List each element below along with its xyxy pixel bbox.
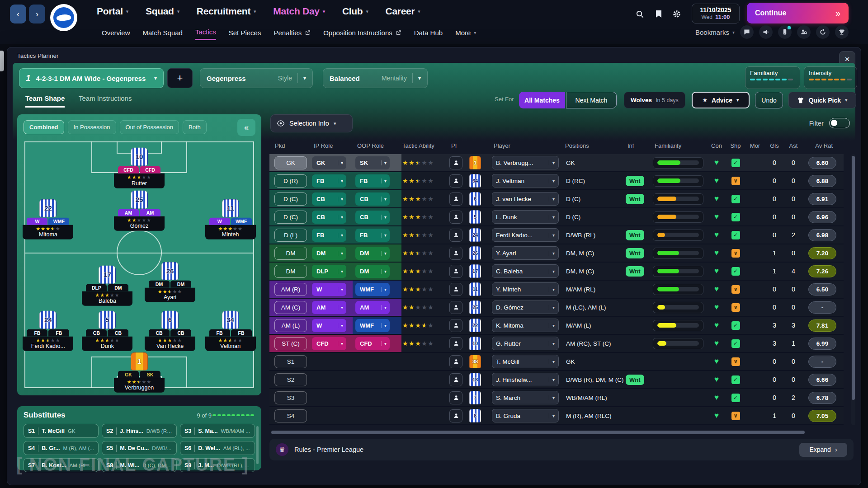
- search-icon[interactable]: [633, 7, 646, 21]
- ip-role-select[interactable]: CB▾: [312, 211, 346, 224]
- player-instructions-button[interactable]: [449, 301, 462, 314]
- style-select[interactable]: Gegenpress Style ▾: [200, 68, 313, 88]
- player-select[interactable]: K. Mitoma▾: [492, 319, 559, 332]
- back-button[interactable]: ‹: [10, 5, 26, 23]
- subnav-overview[interactable]: Overview: [102, 29, 130, 40]
- pitch-player[interactable]: 6CBCB★★★★★Van Hecke: [145, 311, 195, 351]
- expand-button[interactable]: Expand›: [799, 443, 847, 457]
- phone-icon[interactable]: [778, 25, 792, 39]
- nav-squad[interactable]: Squad▾: [146, 6, 179, 17]
- ip-role-select[interactable]: CB▾: [312, 192, 346, 206]
- player-instructions-button[interactable]: [449, 319, 462, 332]
- oop-role-select[interactable]: WMF▾: [355, 319, 390, 332]
- undo-button[interactable]: Undo: [755, 92, 783, 108]
- table-row[interactable]: AM (C)AM▾AM▾★★★★★25D. Gómez▾M (LC), AM (…: [269, 299, 844, 317]
- ip-role-select[interactable]: W▾: [312, 319, 346, 332]
- pitch-player[interactable]: 10CFDCFD★★★★★Rutter: [114, 148, 165, 188]
- player-select[interactable]: B. Gruda▾: [492, 409, 559, 422]
- pitch-player[interactable]: 5CBCB★★★★★Dunk: [82, 311, 132, 351]
- table-row[interactable]: ST (C)CFD▾CFD▾★★★★★10G. Rutter▾AM (RC), …: [269, 335, 844, 353]
- megaphone-icon[interactable]: [759, 25, 773, 39]
- ip-role-select[interactable]: CFD▾: [312, 337, 346, 350]
- pitch-player[interactable]: 34FBFB★★★★★★Veltman: [205, 311, 256, 351]
- formation-select[interactable]: 1 4-2-3-1 DM AM Wide - Gegenpress ▾: [19, 68, 164, 88]
- bookmark-icon[interactable]: [652, 7, 665, 21]
- vertical-scrollbar[interactable]: [851, 154, 855, 425]
- subnav-tactics[interactable]: Tactics: [195, 28, 216, 40]
- tab-team-shape[interactable]: Team Shape: [25, 94, 65, 108]
- view-tab-combined[interactable]: Combined: [24, 120, 64, 134]
- player-instructions-button[interactable]: [449, 192, 462, 206]
- player-select[interactable]: T. McGill▾: [492, 355, 559, 368]
- player-select[interactable]: S. March▾: [492, 391, 559, 404]
- player-select[interactable]: Y. Minteh▾: [492, 282, 559, 296]
- scout-search-icon[interactable]: [797, 25, 811, 39]
- next-match-button[interactable]: Next Match: [566, 92, 617, 108]
- player-instructions-button[interactable]: [449, 283, 462, 296]
- add-tactic-button[interactable]: +: [167, 68, 193, 88]
- table-row[interactable]: D (C)CB▾CB▾★★★★★5L. Dunk▾D (C)♥✓006.96: [269, 208, 844, 226]
- substitute-item[interactable]: S3S. Ma...WB/M/AM ...: [180, 424, 255, 438]
- player-instructions-button[interactable]: [449, 156, 462, 169]
- oop-role-select[interactable]: AM▾: [355, 301, 390, 314]
- nav-club[interactable]: Club▾: [342, 6, 368, 17]
- nav-career[interactable]: Career▾: [386, 6, 420, 17]
- oop-role-select[interactable]: DM▾: [355, 265, 390, 278]
- table-row[interactable]: D (R)FB▾FB▾★★★★★★34J. Veltman▾D (RC)Wnt♥…: [269, 172, 844, 190]
- table-row[interactable]: GKGK▾SK▾★★★★★★1B. Verbrugg...▾GK♥✓006.60: [269, 154, 844, 172]
- advice-button[interactable]: ★ Advice ▾: [692, 92, 750, 108]
- oop-role-select[interactable]: FB▾: [355, 229, 390, 242]
- nav-match-day[interactable]: Match Day▾: [273, 6, 325, 17]
- quick-pick-button[interactable]: Quick Pick ▾: [788, 92, 856, 108]
- table-row[interactable]: AM (L)W▾WMF▾★★★★★★22K. Mitoma▾M/AM (L)♥✓…: [269, 317, 844, 335]
- player-instructions-button[interactable]: [449, 211, 462, 224]
- subnav-penalties[interactable]: Penalties: [274, 29, 311, 40]
- mentality-select[interactable]: Balanced Mentality ▾: [323, 68, 428, 88]
- ip-role-select[interactable]: GK▾: [312, 156, 346, 169]
- pitch-player[interactable]: 26DMDM★★★★★★Ayari: [145, 262, 195, 302]
- oop-role-select[interactable]: FB▾: [355, 174, 390, 188]
- oop-role-select[interactable]: CB▾: [355, 211, 390, 224]
- substitute-item[interactable]: S4B. Gr...M (R), AM (...: [24, 441, 99, 455]
- collapse-panel-icon[interactable]: «: [237, 119, 255, 136]
- substitute-item[interactable]: S5M. De Cu...D/WB/...: [102, 441, 177, 455]
- selection-info-dropdown[interactable]: Selection Info ▾: [270, 114, 353, 132]
- table-row[interactable]: S213J. Hinshelw...▾D/WB (R), DM, M (C)Wn…: [269, 371, 844, 389]
- tab-team-instructions[interactable]: Team Instructions: [79, 94, 132, 102]
- continue-button[interactable]: Continue»: [747, 3, 849, 23]
- all-matches-button[interactable]: All Matches: [519, 92, 565, 108]
- bookmarks-dropdown[interactable]: Bookmarks▾: [695, 28, 735, 36]
- subnav-opposition-instructions[interactable]: Opposition Instructions: [323, 29, 401, 40]
- ip-role-select[interactable]: FB▾: [312, 229, 346, 242]
- view-tab-both[interactable]: Both: [183, 120, 207, 134]
- view-tab-in-possession[interactable]: In Possession: [68, 120, 116, 134]
- pitch-player[interactable]: 24FBFB★★★★★★Ferdi Kadıo...: [23, 311, 73, 351]
- oop-role-select[interactable]: DM▾: [355, 247, 390, 260]
- player-select[interactable]: B. Verbrugg...▾: [492, 156, 559, 169]
- oop-role-select[interactable]: WMF▾: [355, 283, 390, 296]
- ip-role-select[interactable]: AM▾: [312, 301, 346, 314]
- player-instructions-button[interactable]: [449, 409, 462, 422]
- oop-role-select[interactable]: SK▾: [355, 156, 390, 169]
- oop-role-select[interactable]: CFD▾: [355, 337, 390, 350]
- player-select[interactable]: Ferdi Kadıo...▾: [492, 228, 559, 242]
- filter-toggle[interactable]: [829, 118, 850, 128]
- table-row[interactable]: D (L)FB▾FB▾★★★★★★24Ferdi Kadıo...▾D/WB (…: [269, 226, 844, 244]
- view-tab-out-of-possession[interactable]: Out of Possession: [120, 120, 179, 134]
- subnav-match-squad[interactable]: Match Squad: [143, 29, 183, 40]
- subnav-set-pieces[interactable]: Set Pieces: [229, 29, 261, 40]
- substitute-item[interactable]: S2J. Hins...D/WB (R),...: [102, 424, 177, 438]
- player-select[interactable]: D. Gómez▾: [492, 300, 559, 314]
- pitch-player[interactable]: 25AMAM★★★★★Gómez: [114, 191, 165, 231]
- player-instructions-button[interactable]: [449, 337, 462, 350]
- ip-role-select[interactable]: DM▾: [312, 247, 346, 260]
- player-instructions-button[interactable]: [449, 229, 462, 242]
- substitutes-scrollbar[interactable]: [256, 426, 259, 464]
- player-select[interactable]: C. Baleba▾: [492, 264, 559, 278]
- substitute-item[interactable]: S1T. McGillGK: [24, 424, 99, 438]
- player-select[interactable]: J. Hinshelw...▾: [492, 373, 559, 386]
- table-row[interactable]: S48B. Gruda▾M (R), AM (RLC)♥∨107.05: [269, 407, 844, 425]
- pitch-player[interactable]: 22WWMF★★★★★★Mitoma: [23, 199, 73, 239]
- player-select[interactable]: J. Veltman▾: [492, 174, 559, 188]
- subnav-more[interactable]: More▾: [455, 29, 476, 40]
